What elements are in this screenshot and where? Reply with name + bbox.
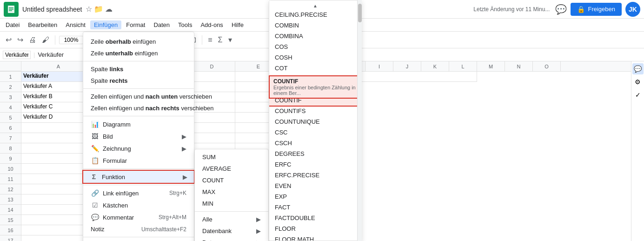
comments-button[interactable]: 💬 [555,4,567,15]
insert-menu-section-objects: 📊 Diagramm 🖼 Bild ▶ ✏️ Zeichnung ▶ 📋 For… [83,116,194,169]
math-fn-floor[interactable]: FLOOR [269,223,361,234]
math-fn-cot[interactable]: COT [269,63,361,74]
insert-menu-section-rows: Zeile oberhalb einfügen Zeile unterhalb … [83,34,194,61]
menu-einfuegen[interactable]: Einfügen [90,20,121,29]
folder-icon[interactable]: 📁 [94,5,103,13]
math-fn-csch[interactable]: CSCH [269,138,361,148]
math-fn-degrees[interactable]: DEGREES [269,148,361,159]
chat-sidebar-icon[interactable]: 💬 [632,63,644,74]
star-icon[interactable]: ☆ [86,5,92,13]
fn-datenbank[interactable]: Datenbank ▶ [195,225,268,237]
fn-datum[interactable]: Datum ▶ [195,237,268,241]
doc-icons: ☆ 📁 ☁ [86,5,113,13]
fn-alle[interactable]: Alle ▶ [195,214,268,225]
math-functions-menu[interactable]: ▲ CEILING.PRECISE COMBIN COMBINA COS COS… [269,0,362,241]
fn-min[interactable]: MIN [195,198,268,209]
math-fn-exp[interactable]: EXP [269,191,361,202]
math-fn-fact[interactable]: FACT [269,202,361,213]
math-fn-erfc[interactable]: ERFC [269,159,361,170]
row-above-label: Zeile oberhalb einfügen [91,38,156,45]
row-num-17: 17 [0,235,21,241]
fn-alle-arrow: ▶ [256,216,261,223]
scroll-up-button[interactable]: ▲ [269,2,361,9]
insert-note[interactable]: Notiz Umschalttaste+F2 [83,223,194,235]
math-fn-cos[interactable]: COS [269,41,361,52]
insert-form[interactable]: 📋 Formular [83,154,194,167]
insert-menu[interactable]: Zeile oberhalb einfügen Zeile unterhalb … [83,32,194,241]
math-fn-factdouble[interactable]: FACTDOUBLE [269,213,361,223]
cell-d2[interactable] [189,82,235,92]
settings-sidebar-icon[interactable]: ⚙ [632,76,644,87]
zoom-selector[interactable]: 100% [59,36,83,44]
cell-reference-input[interactable] [3,51,31,59]
sigma-button[interactable]: Σ [216,35,225,45]
menu-addons[interactable]: Add-ons [197,20,226,29]
cell-d5[interactable] [189,113,235,123]
avatar[interactable]: JK [625,2,640,17]
freigeben-button[interactable]: 🔒 Freigeben [571,3,622,16]
cells-right-label: Zellen einfügen und nach rechts verschie… [91,105,214,112]
math-fn-erfc-precise[interactable]: ERFC.PRECISE [269,170,361,181]
menu-tools[interactable]: Tools [174,20,196,29]
fn-average[interactable]: AVERAGE [195,163,268,174]
row-num-15: 15 [0,215,21,225]
row-num-3: 3 [0,92,21,102]
insert-menu-section-sheet: Neues Tabellenblatt Umschalttaste+F11 [83,237,194,241]
redo-button[interactable]: ↪ [15,34,25,45]
insert-cells-down[interactable]: Zellen einfügen und nach unten verschieb… [83,91,194,102]
math-fn-cosh[interactable]: COSH [269,52,361,63]
menu-ansicht[interactable]: Ansicht [62,20,89,29]
align-button[interactable]: ≡ [206,35,214,45]
fn-sum[interactable]: SUM [195,151,268,163]
row-num-2: 2 [0,82,21,92]
col-header-k: K [421,61,449,71]
insert-new-sheet[interactable]: Neues Tabellenblatt Umschalttaste+F11 [83,239,194,241]
fn-count[interactable]: COUNT [195,174,268,186]
menu-format[interactable]: Format [122,20,149,29]
undo-button[interactable]: ↩ [4,34,13,45]
insert-cells-right[interactable]: Zellen einfügen und nach rechts verschie… [83,102,194,114]
insert-function[interactable]: Σ Funktion ▶ [82,170,195,184]
menu-bearbeiten[interactable]: Bearbeiten [24,20,61,29]
menu-hilfe[interactable]: Hilfe [228,20,247,29]
col-header-l: L [449,61,477,71]
cell-d1[interactable] [189,72,235,82]
insert-row-below[interactable]: Zeile unterhalb einfügen [83,47,194,59]
insert-row-above[interactable]: Zeile oberhalb einfügen [83,36,194,47]
math-fn-floor-math[interactable]: FLOOR.MATH [269,234,361,241]
math-fn-even[interactable]: EVEN [269,181,361,191]
math-fn-combina[interactable]: COMBINA [269,31,361,41]
row-num-8: 8 [0,143,21,154]
fn-min-label: MIN [202,200,213,207]
insert-chart[interactable]: 📊 Diagramm [83,118,194,130]
insert-checkbox[interactable]: ☑ Kästchen [83,199,194,211]
functions-menu[interactable]: SUM AVERAGE COUNT MAX MIN Alle ▶ Datenba… [194,149,269,241]
menu-daten[interactable]: Daten [150,20,173,29]
math-fn-csc[interactable]: CSC [269,127,361,138]
insert-col-left[interactable]: Spalte links [83,63,194,75]
formula-content: Verkäufer [38,51,64,58]
insert-comment[interactable]: 💬 Kommentar Strg+Alt+M [83,211,194,223]
math-fn-combin[interactable]: COMBIN [269,20,361,31]
math-fn-countifs[interactable]: COUNTIFS [269,106,361,116]
checkbox-icon: ☑ [91,201,99,209]
col-header-m: M [477,61,505,71]
row-num-16: 16 [0,225,21,235]
row-num-13: 13 [0,194,21,205]
menu-datei[interactable]: Datei [2,20,23,29]
svg-rect-2 [9,9,13,10]
fn-alle-label: Alle [202,216,212,223]
cloud-icon[interactable]: ☁ [105,5,113,13]
math-fn-countunique[interactable]: COUNTUNIQUE [269,116,361,127]
insert-image[interactable]: 🖼 Bild ▶ [83,130,194,142]
fn-max[interactable]: MAX [195,186,268,198]
insert-drawing[interactable]: ✏️ Zeichnung ▶ [83,142,194,154]
chevron-sigma[interactable]: ▾ [226,34,234,45]
print-button[interactable]: 🖨 [27,35,38,45]
check-sidebar-icon[interactable]: ✓ [632,89,644,100]
insert-link[interactable]: 🔗 Link einfügen Strg+K [83,187,194,199]
app-icon [4,2,19,17]
paint-format-button[interactable]: 🖌 [40,35,51,45]
math-fn-ceiling-precise[interactable]: CEILING.PRECISE [269,9,361,20]
insert-col-right[interactable]: Spalte rechts [83,75,194,87]
